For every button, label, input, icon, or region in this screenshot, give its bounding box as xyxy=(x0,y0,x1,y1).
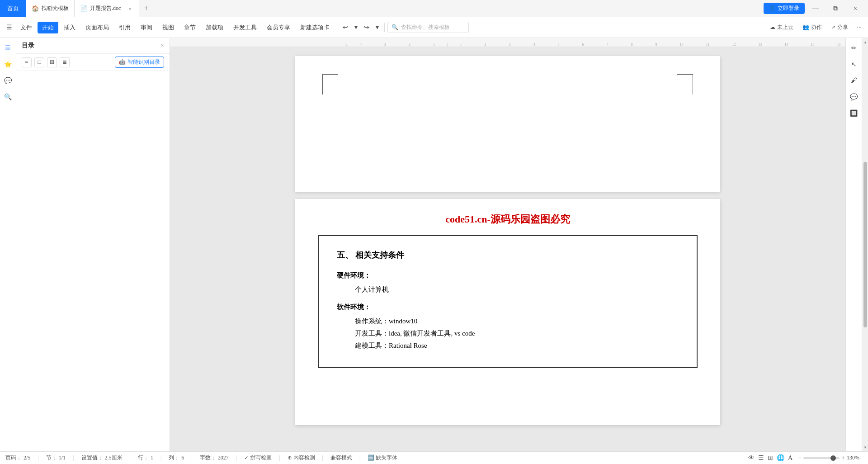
status-sep-2: | xyxy=(73,455,74,461)
title-controls: 👤 立即登录 — ⧉ × xyxy=(764,2,868,15)
menu-devtools[interactable]: 开发工具 xyxy=(229,22,261,33)
search-box[interactable]: 🔍 查找命令、搜索模板 xyxy=(387,22,469,33)
col-value: 6 xyxy=(181,455,184,461)
menu-start[interactable]: 开始 xyxy=(38,22,58,33)
status-sep-4: | xyxy=(160,455,161,461)
more-button[interactable]: ··· xyxy=(854,22,865,33)
menu-vip[interactable]: 会员专享 xyxy=(262,22,295,33)
menu-addons[interactable]: 加载项 xyxy=(201,22,228,33)
menu-insert[interactable]: 插入 xyxy=(59,22,80,33)
setting-value: 2.5厘米 xyxy=(105,454,123,462)
menu-file[interactable]: 文件 xyxy=(16,22,37,33)
right-pencil-icon[interactable]: ✏ xyxy=(848,42,860,54)
right-sidebar: ✏ ↖ 🖌 💬 🔲 xyxy=(845,38,862,451)
minimize-button[interactable]: — xyxy=(807,2,825,15)
search-sidebar-icon[interactable]: 🔍 xyxy=(2,90,14,103)
toc-tool-1[interactable]: ≡ xyxy=(22,57,32,67)
view-icon-3[interactable]: ⊞ xyxy=(768,454,773,462)
view-icon-2[interactable]: ☰ xyxy=(758,454,764,462)
redo-button[interactable]: ↪ xyxy=(361,22,372,33)
document-area[interactable]: L 4 3 2 1 | 1 2 3 4 5 6 7 8 9 10 11 12 1… xyxy=(170,38,845,451)
undo-redo-group: ↩ ▾ ↪ ▾ xyxy=(340,22,382,33)
menu-chapter[interactable]: 章节 xyxy=(179,22,200,33)
toc-tool-2[interactable]: □ xyxy=(34,57,44,67)
dev-tool-item: 开发工具：idea, 微信开发者工具, vs code xyxy=(355,329,679,338)
chars-label: 字数： xyxy=(200,454,216,462)
setting-item: 设置值： 2.5厘米 xyxy=(81,454,123,462)
redo-dropdown[interactable]: ▾ xyxy=(373,22,382,33)
toolbar-separator-1 xyxy=(337,23,337,32)
toc-tool-3[interactable]: ⊞ xyxy=(47,57,57,67)
file-menu-icon[interactable]: ☰ xyxy=(4,22,15,33)
menu-new-tab[interactable]: 新建选项卡 xyxy=(296,22,334,33)
status-sep-5: | xyxy=(191,455,192,461)
doc-tab[interactable]: 📄 开题报告.doc × xyxy=(75,0,139,17)
bookmark-icon[interactable]: ⭐ xyxy=(2,58,14,71)
scrollbar-thumb[interactable] xyxy=(863,162,867,327)
view-icon-4[interactable]: 🌐 xyxy=(777,454,784,462)
content-check-item[interactable]: ⊕ 内容检测 xyxy=(288,454,315,462)
share-label: 分享 xyxy=(837,24,848,31)
template-tab[interactable]: 🏠 找稻壳模板 xyxy=(26,0,75,17)
col-item: 列： 6 xyxy=(169,454,184,462)
share-icon: ↗ xyxy=(831,24,835,31)
collab-button[interactable]: 👥 协作 xyxy=(800,22,825,33)
ai-label: 智能识别目录 xyxy=(127,58,160,66)
right-cursor-icon[interactable]: ↖ xyxy=(848,58,860,71)
menu-page-layout[interactable]: 页面布局 xyxy=(81,22,113,33)
status-sep-1: | xyxy=(38,455,38,461)
restore-button[interactable]: ⧉ xyxy=(826,2,844,15)
status-sep-9: | xyxy=(359,455,360,461)
cloud-save-button[interactable]: ☁ 未上云 xyxy=(767,22,796,33)
zoom-out-button[interactable]: − xyxy=(798,455,802,462)
view-icon-1[interactable]: 👁 xyxy=(748,455,755,462)
toc-tool-4[interactable]: ≣ xyxy=(60,57,70,67)
menu-view[interactable]: 视图 xyxy=(158,22,179,33)
compat-mode-item: 兼容模式 xyxy=(330,454,352,462)
right-comment-icon[interactable]: 💬 xyxy=(848,90,860,103)
row-label: 行： xyxy=(138,454,149,462)
toc-icon[interactable]: ☰ xyxy=(2,42,14,54)
menu-review[interactable]: 审阅 xyxy=(136,22,157,33)
ai-icon: 🤖 xyxy=(119,59,126,66)
new-tab-button[interactable]: + xyxy=(139,0,153,17)
status-right: 👁 ☰ ⊞ 🌐 A − + 130% xyxy=(748,454,863,462)
toc-close-button[interactable]: × xyxy=(160,42,164,49)
model-tool-item: 建模工具：Rational Rose xyxy=(355,341,679,350)
ruler-marks: L 4 3 2 1 | 1 2 3 4 5 6 7 8 9 10 11 12 1… xyxy=(174,38,845,47)
doc-tab-icon: 📄 xyxy=(80,5,87,12)
font-missing-item[interactable]: 🔤 缺失字体 xyxy=(368,454,397,462)
status-sep-8: | xyxy=(322,455,323,461)
right-eraser-icon[interactable]: 🔲 xyxy=(848,107,860,119)
zoom-slider[interactable] xyxy=(803,457,840,459)
menu-reference[interactable]: 引用 xyxy=(114,22,135,33)
ai-toc-button[interactable]: 🤖 智能识别目录 xyxy=(115,57,164,68)
scroll-down-button[interactable]: ▼ xyxy=(862,444,868,450)
login-button[interactable]: 👤 立即登录 xyxy=(764,3,805,14)
status-sep-3: | xyxy=(130,455,131,461)
undo-dropdown[interactable]: ▾ xyxy=(352,22,360,33)
vertical-scrollbar[interactable]: ▲ ▼ xyxy=(862,38,868,451)
scroll-up-button[interactable]: ▲ xyxy=(862,39,868,45)
spell-check-item[interactable]: ✓ 拼写检查 xyxy=(244,454,272,462)
share-button[interactable]: ↗ 分享 xyxy=(828,22,851,33)
home-tab[interactable]: 首页 xyxy=(0,0,26,17)
section-item: 节： 1/1 xyxy=(46,454,66,462)
collab-icon: 👥 xyxy=(802,24,809,31)
undo-button[interactable]: ↩ xyxy=(340,22,351,33)
comment-icon[interactable]: 💬 xyxy=(2,74,14,87)
status-bar: 页码： 2/5 | 节： 1/1 | 设置值： 2.5厘米 | 行： 1 | 列… xyxy=(0,451,868,464)
right-highlight-icon[interactable]: 🖌 xyxy=(848,74,860,87)
section-value: 1/1 xyxy=(59,455,66,461)
doc-tab-close[interactable]: × xyxy=(126,5,133,12)
section-label: 节： xyxy=(46,454,57,462)
search-placeholder: 查找命令、搜索模板 xyxy=(401,24,450,31)
view-icon-5[interactable]: A xyxy=(788,455,793,462)
toc-panel: 目录 × ≡ □ ⊞ ≣ 🤖 智能识别目录 xyxy=(16,38,170,451)
cloud-icon: ☁ xyxy=(770,24,775,31)
os-item: 操作系统：window10 xyxy=(355,317,679,326)
close-button[interactable]: × xyxy=(846,2,864,15)
zoom-thumb xyxy=(830,455,836,461)
main-area: ☰ ⭐ 💬 🔍 目录 × ≡ □ ⊞ ≣ 🤖 智能识别目录 L 4 3 xyxy=(0,38,868,451)
zoom-in-button[interactable]: + xyxy=(841,455,845,462)
